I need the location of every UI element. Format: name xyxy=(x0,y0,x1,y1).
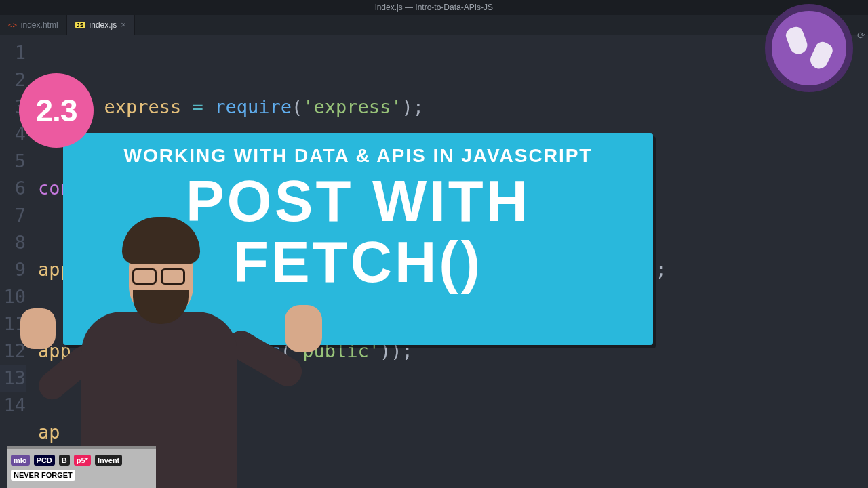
line-number: 2 xyxy=(0,66,26,94)
tab-label: index.js xyxy=(90,20,117,30)
tab-index-html[interactable]: <> index.html xyxy=(0,15,67,35)
window-title: index.js — Intro-to-Data-APIs-JS xyxy=(375,3,493,12)
js-icon: JS xyxy=(75,22,85,28)
sync-icon[interactable]: ⟳ xyxy=(857,30,865,41)
close-icon[interactable]: × xyxy=(121,20,126,30)
line-number: 6 xyxy=(0,175,26,202)
episode-badge: 2.3 xyxy=(19,73,94,148)
code-line: const express = require('express'); xyxy=(38,94,868,121)
line-number: 8 xyxy=(0,229,26,256)
html-icon: <> xyxy=(8,21,17,29)
line-number: 14 xyxy=(0,392,26,419)
line-number: 9 xyxy=(0,256,26,283)
channel-logo-icon xyxy=(765,4,853,92)
window-titlebar: index.js — Intro-to-Data-APIs-JS xyxy=(0,0,868,15)
line-number: 7 xyxy=(0,202,26,229)
line-number: 5 xyxy=(0,148,26,175)
tab-bar: <> index.html JS index.js × xyxy=(0,15,868,35)
line-number: 10 xyxy=(0,283,26,310)
line-number: 13 xyxy=(0,365,26,392)
line-number: 1 xyxy=(0,39,26,66)
tab-index-js[interactable]: JS index.js × xyxy=(67,15,135,35)
presenter-figure: mlo PCD B p5* Invent NEVER FORGET xyxy=(27,149,326,488)
badge-text: 2.3 xyxy=(36,92,77,129)
laptop: mlo PCD B p5* Invent NEVER FORGET xyxy=(7,446,156,488)
laptop-stickers: mlo PCD B p5* Invent NEVER FORGET xyxy=(11,455,152,484)
tab-label: index.html xyxy=(21,20,58,30)
